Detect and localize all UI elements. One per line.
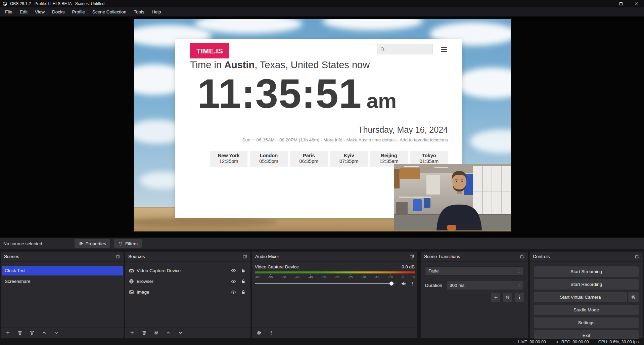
lock-icon[interactable] — [241, 268, 246, 273]
combo-arrows[interactable] — [517, 269, 520, 273]
start-virtual-camera-button[interactable]: Start Virtual Camera — [534, 292, 627, 302]
menu-docks[interactable]: Docks — [48, 7, 68, 16]
transition-combobox[interactable]: Fade — [425, 266, 524, 275]
menu-tools[interactable]: Tools — [130, 7, 148, 16]
advanced-audio-gear-icon[interactable] — [257, 330, 262, 335]
chevron-up-icon[interactable] — [517, 283, 520, 285]
sources-toolbar — [125, 327, 250, 338]
webcam-source-overlay — [394, 164, 511, 230]
channel-options-dots-icon[interactable] — [410, 281, 415, 286]
settings-button[interactable]: Settings — [534, 317, 639, 328]
popout-icon[interactable] — [409, 254, 414, 259]
remove-scene-icon[interactable] — [17, 330, 22, 335]
chevron-up-icon[interactable] — [517, 269, 520, 271]
popout-icon[interactable] — [635, 254, 640, 259]
sources-panel: Sources Video Capture Device Browser — [125, 252, 250, 338]
audio-mixer-panel: Audio Mixer Video Capture Device 0.0 dB … — [252, 252, 417, 338]
globe-icon — [129, 279, 134, 284]
add-scene-icon[interactable] — [5, 330, 10, 335]
scenes-panel: Scenes Clock Test Screenshare — [1, 252, 124, 338]
duration-spinbox[interactable]: 300 ms — [446, 281, 524, 290]
menu-edit[interactable]: Edit — [16, 7, 31, 16]
menu-scene-collection[interactable]: Scene Collection — [89, 7, 130, 16]
chevron-down-icon[interactable] — [517, 271, 520, 273]
close-button[interactable] — [629, 0, 644, 7]
source-item-image[interactable]: Image — [126, 287, 250, 297]
menu-view[interactable]: View — [31, 7, 48, 16]
dots-icon — [517, 295, 522, 300]
remove-source-icon[interactable] — [142, 330, 147, 335]
mixer-toolbar — [252, 327, 417, 338]
city-time: 05:35pm — [250, 159, 287, 164]
scenes-panel-title: Scenes — [4, 254, 19, 259]
scene-transitions-header[interactable]: Scene Transitions — [421, 252, 528, 262]
virtual-camera-config-button[interactable] — [628, 292, 639, 302]
filters-button[interactable]: Filters — [114, 239, 142, 248]
city-name: Tokyo — [410, 153, 448, 158]
visibility-eye-icon[interactable] — [231, 268, 236, 273]
menubar: File Edit View Docks Profile Scene Colle… — [0, 7, 644, 16]
popout-icon[interactable] — [242, 254, 247, 259]
popout-icon[interactable] — [520, 254, 525, 259]
source-properties-gear-icon[interactable] — [154, 330, 159, 335]
menu-help[interactable]: Help — [148, 7, 165, 16]
db-tick: -45 — [295, 274, 300, 279]
volume-slider[interactable] — [255, 281, 397, 287]
timeis-search-box — [377, 44, 433, 54]
audio-mixer-title: Audio Mixer — [255, 254, 279, 259]
source-item-video-capture[interactable]: Video Capture Device — [126, 266, 250, 275]
menu-profile[interactable]: Profile — [68, 7, 89, 16]
webcam-video-frame — [394, 164, 511, 230]
remove-transition-button[interactable] — [503, 293, 512, 302]
add-transition-button[interactable] — [491, 293, 500, 302]
mixer-options-dots-icon[interactable] — [269, 330, 274, 335]
db-tick: -60 — [255, 274, 260, 279]
audio-mixer-header[interactable]: Audio Mixer — [252, 252, 417, 262]
channel-name: Video Capture Device — [255, 264, 299, 269]
time-meridiem: am — [367, 89, 397, 112]
slider-handle[interactable] — [389, 282, 394, 286]
dune — [134, 217, 277, 227]
controls-body: Start Streaming Start Recording Start Vi… — [530, 262, 643, 341]
transition-properties-button[interactable] — [515, 293, 524, 302]
status-bar: LIVE: 00:00:00 REC: 00:00:00 CPU: 0.6%, … — [0, 339, 644, 345]
scene-canvas[interactable]: TIME.IS Time in Austin, Texas, United St… — [134, 19, 511, 231]
scene-filters-icon[interactable] — [30, 330, 35, 335]
duration-value: 300 ms — [450, 283, 464, 288]
spin-arrows[interactable] — [517, 283, 520, 288]
start-streaming-button[interactable]: Start Streaming — [534, 266, 639, 277]
db-tick: 0 — [413, 274, 415, 279]
properties-button[interactable]: Properties — [75, 239, 110, 248]
add-source-icon[interactable] — [130, 330, 135, 335]
popout-icon[interactable] — [116, 254, 121, 259]
move-scene-up-icon[interactable] — [42, 330, 47, 335]
maximize-button[interactable] — [613, 0, 629, 7]
visibility-eye-icon[interactable] — [231, 290, 236, 295]
minimize-button[interactable] — [598, 0, 613, 7]
source-item-browser[interactable]: Browser — [126, 276, 250, 286]
db-tick: -55 — [268, 274, 273, 279]
visibility-eye-icon[interactable] — [231, 279, 236, 284]
rec-status: REC: 00:00:00 — [555, 340, 589, 344]
properties-label: Properties — [86, 241, 106, 246]
lock-icon[interactable] — [241, 290, 246, 295]
speaker-mute-icon[interactable] — [401, 281, 406, 286]
studio-mode-button[interactable]: Studio Mode — [534, 305, 639, 315]
move-scene-down-icon[interactable] — [54, 330, 59, 335]
db-tick: -40 — [308, 274, 313, 279]
move-source-down-icon[interactable] — [178, 330, 183, 335]
scenes-panel-header[interactable]: Scenes — [1, 252, 124, 262]
sources-panel-header[interactable]: Sources — [125, 252, 250, 262]
scene-item-clock-test[interactable]: Clock Test — [2, 266, 123, 275]
move-source-up-icon[interactable] — [166, 330, 171, 335]
controls-header[interactable]: Controls — [530, 252, 643, 262]
menu-file[interactable]: File — [1, 7, 16, 16]
scene-item-screenshare[interactable]: Screenshare — [2, 276, 123, 286]
lock-icon[interactable] — [241, 279, 246, 284]
start-recording-button[interactable]: Start Recording — [534, 279, 639, 290]
controls-title: Controls — [533, 254, 550, 259]
chevron-down-icon[interactable] — [517, 286, 520, 288]
separator: - — [397, 137, 399, 142]
camera-icon — [129, 268, 134, 273]
record-dot-icon — [555, 340, 559, 344]
